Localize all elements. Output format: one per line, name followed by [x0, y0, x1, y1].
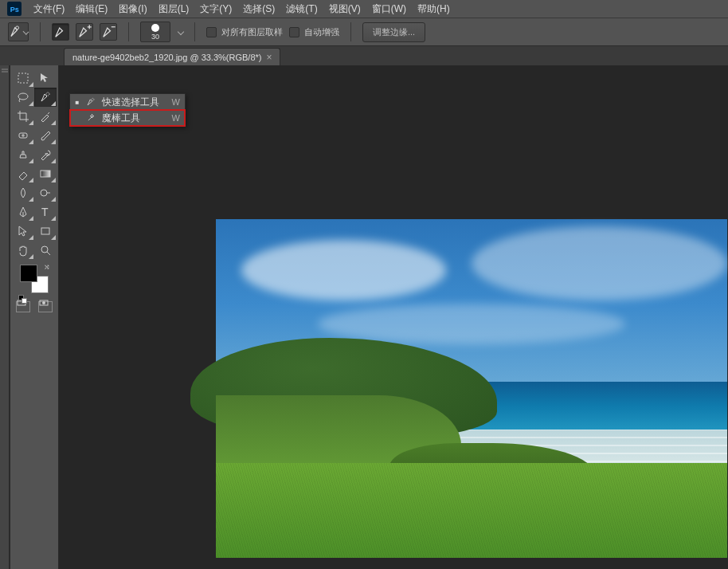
canvas-area[interactable] [59, 65, 728, 569]
selection-new-button[interactable] [52, 23, 69, 41]
menu-type[interactable]: 文字(Y) [200, 2, 232, 16]
menu-window[interactable]: 窗口(W) [372, 2, 406, 16]
menu-edit[interactable]: 编辑(E) [76, 2, 108, 16]
rectangle-tool[interactable] [34, 222, 57, 241]
svg-point-14 [42, 301, 45, 304]
document-canvas[interactable] [216, 219, 727, 558]
tool-flyout-menu: ■ 快速选择工具 W 魔棒工具 W [69, 93, 186, 127]
gradient-tool[interactable] [34, 164, 57, 183]
flyout-item-label: 魔棒工具 [102, 112, 167, 125]
collapsed-panel-strip[interactable] [0, 65, 10, 569]
flyout-item-shortcut: W [172, 97, 180, 107]
blur-tool[interactable] [12, 183, 34, 202]
color-swatches[interactable]: ⤭ [20, 265, 49, 293]
eraser-tool[interactable] [12, 164, 34, 183]
menu-image[interactable]: 图像(I) [119, 2, 147, 16]
svg-point-15 [92, 98, 94, 100]
move-tool[interactable] [34, 69, 57, 88]
auto-enhance-checkbox[interactable]: 自动增强 [289, 26, 339, 38]
clone-stamp-tool[interactable] [12, 145, 34, 164]
history-brush-tool[interactable] [34, 145, 57, 164]
brush-size-preview[interactable]: 30 [140, 22, 170, 42]
menu-layer[interactable]: 图层(L) [159, 2, 190, 16]
svg-point-2 [16, 26, 19, 29]
menu-filter[interactable]: 滤镜(T) [286, 2, 317, 16]
document-tab[interactable]: nature-ge9402beb2_1920.jpg @ 33.3%(RGB/8… [64, 48, 280, 65]
document-tab-title: nature-ge9402beb2_1920.jpg @ 33.3%(RGB/8… [72, 53, 261, 62]
flyout-item-shortcut: W [172, 113, 180, 123]
path-select-tool[interactable] [12, 222, 34, 241]
spot-heal-tool[interactable] [12, 126, 34, 145]
svg-point-11 [41, 246, 48, 253]
brush-dropdown-icon[interactable] [178, 29, 184, 35]
sample-all-layers-label: 对所有图层取样 [221, 26, 283, 38]
svg-rect-7 [41, 171, 50, 177]
current-tool-icon[interactable] [8, 22, 29, 41]
quick-select-tool[interactable] [34, 88, 57, 107]
flyout-item-magic-wand[interactable]: 魔棒工具 W [70, 110, 185, 126]
auto-enhance-label: 自动增强 [304, 26, 339, 38]
svg-point-4 [18, 93, 28, 100]
menu-view[interactable]: 视图(V) [329, 2, 361, 16]
flyout-item-label: 快速选择工具 [102, 96, 167, 109]
type-tool[interactable]: T [34, 202, 57, 222]
menu-help[interactable]: 帮助(H) [417, 2, 450, 16]
quickmask-mode-button[interactable] [38, 301, 53, 312]
selection-add-button[interactable] [76, 23, 93, 41]
tool-palette: T ⤭ [10, 65, 59, 569]
svg-point-8 [41, 190, 47, 196]
flyout-item-quick-select[interactable]: ■ 快速选择工具 W [70, 94, 185, 110]
svg-point-5 [46, 92, 49, 96]
lasso-tool[interactable] [12, 88, 34, 107]
svg-text:Ps: Ps [10, 6, 19, 14]
ps-logo: Ps [6, 1, 22, 17]
pen-tool[interactable] [12, 202, 34, 222]
selection-subtract-button[interactable] [100, 23, 117, 41]
svg-rect-10 [41, 228, 49, 234]
menu-bar: Ps 文件(F) 编辑(E) 图像(I) 图层(L) 文字(Y) 选择(S) 滤… [0, 0, 728, 18]
active-bullet-icon: ■ [75, 99, 80, 106]
eyedropper-tool[interactable] [34, 107, 57, 126]
svg-rect-3 [18, 73, 28, 83]
document-tab-bar: nature-ge9402beb2_1920.jpg @ 33.3%(RGB/8… [0, 46, 728, 65]
options-bar: 30 对所有图层取样 自动增强 调整边缘... [0, 18, 728, 46]
marquee-tool[interactable] [12, 69, 34, 88]
close-icon[interactable]: × [266, 52, 272, 63]
swap-colors-icon[interactable]: ⤭ [44, 263, 50, 271]
brush-tool[interactable] [34, 126, 57, 145]
crop-tool[interactable] [12, 107, 34, 126]
magic-wand-icon [84, 112, 97, 124]
quick-select-icon [84, 96, 97, 108]
hand-tool[interactable] [12, 241, 34, 260]
brush-size-value: 30 [151, 33, 159, 41]
dodge-tool[interactable] [34, 183, 57, 202]
refine-edge-button[interactable]: 调整边缘... [362, 22, 425, 42]
foreground-color-swatch[interactable] [20, 265, 37, 282]
svg-text:T: T [41, 206, 49, 218]
menu-file[interactable]: 文件(F) [33, 2, 65, 16]
sample-all-layers-checkbox[interactable]: 对所有图层取样 [206, 26, 283, 38]
menu-select[interactable]: 选择(S) [243, 2, 275, 16]
zoom-tool[interactable] [34, 241, 57, 260]
